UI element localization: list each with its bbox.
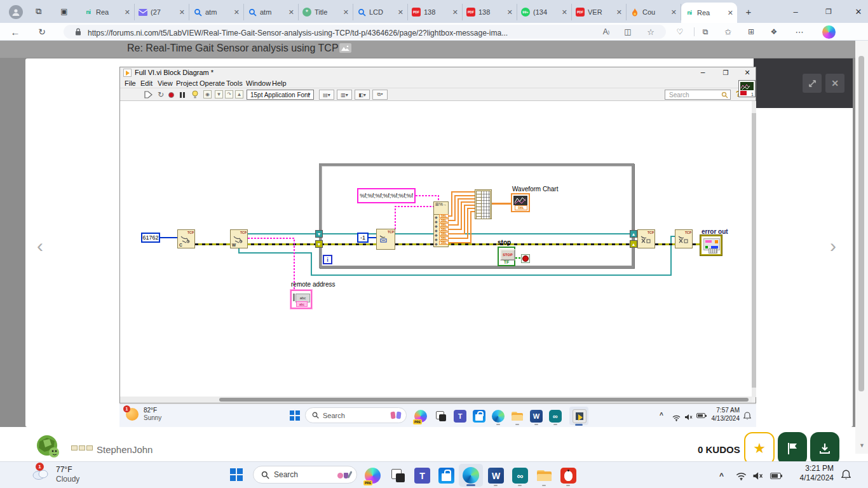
start-button-icon[interactable]	[230, 468, 243, 481]
tray-chevron-icon[interactable]: ^	[719, 471, 724, 480]
thread-heading: Re: Real-Time Gait Sensor analysis using…	[127, 43, 339, 54]
lightbox-expand-button[interactable]	[803, 74, 822, 93]
username-link[interactable]: StephenJohn	[97, 444, 153, 455]
search-favicon-icon	[193, 8, 202, 17]
lightbox-next-icon[interactable]: ›	[830, 236, 836, 255]
split-screen-icon[interactable]: ⧉	[699, 26, 712, 37]
tab-title[interactable]: * Title✕	[299, 4, 353, 20]
tab-real-time-gait[interactable]: ni Rea✕	[80, 4, 135, 20]
tab-close-icon[interactable]: ✕	[125, 8, 130, 17]
store-icon[interactable]	[438, 468, 454, 484]
store-icon	[473, 410, 485, 423]
toolbar-divider	[694, 27, 695, 36]
run-icon	[144, 90, 153, 99]
screen: ⧉ ▣ ni Rea✕ (27✕ atm✕ atm✕ * Title✕ LCD✕…	[0, 0, 868, 488]
battery-icon[interactable]	[770, 473, 781, 479]
notification-bell-icon	[743, 411, 751, 423]
taskbar-search-box[interactable]: Search	[253, 466, 357, 484]
tab-close-icon[interactable]: ✕	[234, 8, 240, 17]
favorite-star-icon[interactable]: ☆	[644, 26, 657, 37]
tab-close-icon[interactable]: ✕	[452, 8, 458, 17]
labview-search-box: Search	[665, 90, 731, 100]
tab-close-icon[interactable]: ✕	[179, 8, 185, 17]
tab-pdf-138-1[interactable]: PDF 138✕	[408, 4, 463, 20]
tab-cou[interactable]: Cou✕	[627, 4, 681, 20]
collections-icon[interactable]: ⊞	[745, 26, 757, 37]
step-out-icon: ▲	[235, 90, 243, 98]
tab-pdf-138-2[interactable]: PDF 138✕	[463, 4, 517, 20]
edge-icon[interactable]	[463, 467, 479, 484]
tab-close-icon[interactable]: ✕	[562, 8, 567, 17]
arduino-icon[interactable]: ∞	[512, 468, 528, 484]
scrollbar-down-arrow[interactable]: ▼	[859, 442, 865, 449]
rank-badge	[86, 445, 93, 451]
pdf-favicon-icon: PDF	[466, 8, 475, 17]
tab-search-atm-1[interactable]: atm✕	[189, 4, 244, 20]
more-menu-icon[interactable]: ⋯	[793, 26, 806, 37]
window-close-button[interactable]: ✕	[849, 4, 868, 19]
tab-pdf-ver[interactable]: PDF VER✕	[572, 4, 627, 20]
tab-close-icon[interactable]: ✕	[671, 8, 677, 17]
running-dot	[566, 485, 570, 486]
extension-icon[interactable]: ❖	[768, 26, 780, 37]
browser-essentials-icon[interactable]: ♡	[674, 26, 686, 37]
back-icon[interactable]: ←	[8, 25, 23, 38]
tab-close-icon[interactable]: ✕	[728, 9, 733, 17]
report-flag-button[interactable]	[778, 432, 807, 465]
running-dot	[542, 485, 546, 486]
active-app-underline	[575, 424, 583, 426]
refresh-icon[interactable]: ↻	[34, 25, 50, 38]
ladybug-app-icon[interactable]	[560, 468, 576, 484]
notification-bell-icon[interactable]	[841, 470, 851, 482]
tunnel-out-connection: ▲	[630, 230, 637, 238]
reader-mode-icon[interactable]: ◫	[621, 26, 634, 37]
labview-taskbar-icon	[573, 409, 585, 422]
download-button[interactable]	[810, 432, 839, 465]
lv-vscrollbar-thumb	[752, 113, 756, 388]
kudos-count: 0 KUDOS	[698, 444, 740, 455]
flag-icon	[787, 442, 798, 455]
step-into-icon: ▼	[215, 90, 223, 98]
window-maximize-button[interactable]: ❐	[818, 4, 839, 19]
page-scrollbar-thumb[interactable]	[858, 56, 864, 391]
volume-mute-icon[interactable]	[752, 471, 763, 483]
dbl-output: DBL	[439, 241, 449, 245]
tab-close-icon[interactable]: ✕	[507, 8, 513, 17]
weather-icon[interactable]: 1	[31, 466, 50, 482]
tcp-read-node: TCP	[376, 229, 395, 250]
weather-temp[interactable]: 77°F	[56, 465, 72, 474]
tab-mail[interactable]: (27✕	[135, 4, 189, 20]
tab-close-icon[interactable]: ✕	[616, 8, 622, 17]
tab-close-icon[interactable]: ✕	[288, 8, 294, 17]
tab-close-icon[interactable]: ✕	[343, 8, 349, 17]
read-aloud-icon[interactable]: A)	[600, 26, 613, 37]
tab-lcd[interactable]: LCD✕	[353, 4, 408, 20]
profile-avatar-icon[interactable]	[9, 5, 23, 19]
task-view-icon[interactable]	[390, 468, 406, 484]
lightbox-close-button[interactable]: ✕	[825, 74, 844, 93]
avatar[interactable]	[34, 433, 62, 461]
copilot-taskbar-icon[interactable]: PRE	[365, 468, 381, 484]
teams-icon[interactable]: T	[414, 468, 430, 484]
workspaces-icon[interactable]: ⧉	[33, 6, 44, 17]
window-minimize-button[interactable]: –	[785, 4, 806, 19]
clock[interactable]: 3:21 PM4/14/2024	[792, 464, 834, 483]
copilot-icon[interactable]	[822, 25, 836, 39]
favorites-bar-icon[interactable]: ✩	[722, 26, 735, 37]
tab-search-atm-2[interactable]: atm✕	[244, 4, 299, 20]
lightbox-prev-icon[interactable]: ‹	[37, 236, 43, 255]
word-icon[interactable]: W	[488, 468, 504, 484]
menu-operate: Operate	[200, 79, 225, 87]
font-selector: 15pt Application Font ▼	[247, 90, 314, 100]
new-tab-button[interactable]: +	[742, 5, 755, 18]
wifi-icon[interactable]	[736, 471, 747, 483]
tab-close-icon[interactable]: ✕	[398, 8, 403, 17]
tcp-close-connection-node: TCP	[637, 229, 655, 248]
tab-whatsapp[interactable]: 99+ (134✕	[517, 4, 572, 20]
tab-search-icon[interactable]: ▣	[58, 6, 70, 17]
running-dot	[515, 424, 519, 425]
file-explorer-icon[interactable]	[536, 468, 552, 484]
tab-active-real-time-gait[interactable]: ni Rea✕	[681, 3, 737, 23]
kudos-star-button[interactable]: ★	[744, 432, 775, 465]
weather-condition[interactable]: Cloudy	[56, 475, 79, 484]
